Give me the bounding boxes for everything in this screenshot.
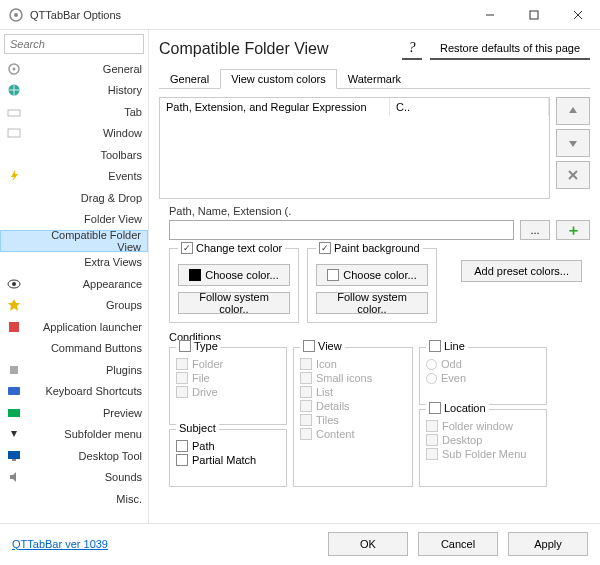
location-folder-window-checkbox (426, 420, 438, 432)
plugin-icon (6, 362, 22, 378)
titlebar: QTTabBar Options (0, 0, 600, 30)
text-color-swatch (189, 269, 201, 281)
view-details-checkbox (300, 400, 312, 412)
location-fieldset: Location Folder windowDesktopSub Folder … (419, 409, 547, 487)
move-up-button[interactable] (556, 97, 590, 125)
sidebar-item-tab[interactable]: Tab (0, 101, 148, 123)
sidebar-item-extra-views[interactable]: Extra Views (0, 252, 148, 274)
type-checkbox[interactable] (179, 340, 191, 352)
view-small-icons-checkbox (300, 372, 312, 384)
path-input[interactable] (169, 220, 514, 240)
bg-color-swatch (327, 269, 339, 281)
svg-rect-10 (8, 129, 20, 137)
rules-listview[interactable]: Path, Extension, and Regular Expression … (159, 97, 550, 199)
blank-icon (6, 147, 22, 163)
blank-icon (6, 491, 22, 507)
gear-icon (6, 61, 22, 77)
follow-bg-system-button[interactable]: Follow system color.. (316, 292, 428, 314)
sidebar-item-application-launcher[interactable]: Application launcher (0, 316, 148, 338)
blank-icon (6, 254, 22, 270)
line-odd-radio (426, 359, 437, 370)
sidebar: GeneralHistoryTabWindowToolbarsEventsDra… (0, 30, 149, 523)
globe-icon (6, 82, 22, 98)
preview-icon (6, 405, 22, 421)
sidebar-item-drag-drop[interactable]: Drag & Drop (0, 187, 148, 209)
maximize-button[interactable] (512, 0, 556, 30)
list-col-c[interactable]: C.. (390, 98, 549, 116)
sidebar-item-groups[interactable]: Groups (0, 295, 148, 317)
add-preset-colors-button[interactable]: Add preset colors... (461, 260, 582, 282)
sidebar-item-general[interactable]: General (0, 58, 148, 80)
search-input[interactable] (4, 34, 144, 54)
svg-point-12 (12, 282, 16, 286)
close-button[interactable] (556, 0, 600, 30)
location-desktop-checkbox (426, 434, 438, 446)
window-icon (6, 125, 22, 141)
type-folder-checkbox (176, 358, 188, 370)
sidebar-item-events[interactable]: Events (0, 166, 148, 188)
subject-path-checkbox[interactable] (176, 440, 188, 452)
follow-text-system-button[interactable]: Follow system color.. (178, 292, 290, 314)
blank-icon (6, 190, 22, 206)
help-button[interactable]: ? (402, 38, 422, 60)
tab-watermark[interactable]: Watermark (337, 69, 412, 89)
ok-button[interactable]: OK (328, 532, 408, 556)
change-text-checkbox[interactable] (181, 242, 193, 254)
sidebar-item-window[interactable]: Window (0, 123, 148, 145)
sidebar-item-folder-view[interactable]: Folder View (0, 209, 148, 231)
window-title: QTTabBar Options (30, 9, 468, 21)
version-link[interactable]: QTTabBar ver 1039 (12, 538, 108, 550)
sidebar-item-preview[interactable]: Preview (0, 402, 148, 424)
sidebar-item-misc-[interactable]: Misc. (0, 488, 148, 510)
sidebar-item-toolbars[interactable]: Toolbars (0, 144, 148, 166)
app-icon (8, 7, 24, 23)
line-checkbox[interactable] (429, 340, 441, 352)
sidebar-item-keyboard-shortcuts[interactable]: Keyboard Shortcuts (0, 381, 148, 403)
location-checkbox[interactable] (429, 402, 441, 414)
star-icon (6, 297, 22, 313)
sidebar-item-subfolder-menu[interactable]: Subfolder menu (0, 424, 148, 446)
apply-button[interactable]: Apply (508, 532, 588, 556)
view-icon-checkbox (300, 358, 312, 370)
svg-point-7 (13, 67, 16, 70)
view-list-checkbox (300, 386, 312, 398)
line-even-radio (426, 373, 437, 384)
list-col-path[interactable]: Path, Extension, and Regular Expression (160, 98, 390, 116)
subject-partial-match-checkbox[interactable] (176, 454, 188, 466)
sidebar-item-history[interactable]: History (0, 80, 148, 102)
sidebar-item-sounds[interactable]: Sounds (0, 467, 148, 489)
bg-color-group: Paint background Choose color... Follow … (307, 248, 437, 323)
paint-bg-checkbox[interactable] (319, 242, 331, 254)
text-color-group: Change text color Choose color... Follow… (169, 248, 299, 323)
subject-fieldset: Subject PathPartial Match (169, 429, 287, 487)
browse-button[interactable]: ... (520, 220, 550, 240)
svg-rect-15 (8, 387, 20, 395)
view-checkbox[interactable] (303, 340, 315, 352)
svg-rect-9 (8, 110, 20, 116)
svg-point-1 (14, 13, 18, 17)
add-button[interactable]: ＋ (556, 220, 590, 240)
tab-general[interactable]: General (159, 69, 220, 89)
minimize-button[interactable] (468, 0, 512, 30)
bolt-icon (6, 168, 22, 184)
sidebar-item-appearance[interactable]: Appearance (0, 273, 148, 295)
line-fieldset: Line OddEven (419, 347, 547, 405)
location-sub-folder-menu-checkbox (426, 448, 438, 460)
sidebar-item-compatible-folder-view[interactable]: Compatible Folder View (0, 230, 148, 252)
keyboard-icon (6, 383, 22, 399)
move-down-button[interactable] (556, 129, 590, 157)
sidebar-item-plugins[interactable]: Plugins (0, 359, 148, 381)
nav-list: GeneralHistoryTabWindowToolbarsEventsDra… (0, 58, 148, 523)
blank-icon (7, 233, 23, 249)
choose-bg-color-button[interactable]: Choose color... (316, 264, 428, 286)
tab-view-custom-colors[interactable]: View custom colors (220, 69, 337, 89)
delete-button[interactable] (556, 161, 590, 189)
choose-text-color-button[interactable]: Choose color... (178, 264, 290, 286)
cancel-button[interactable]: Cancel (418, 532, 498, 556)
arrow-icon (6, 426, 22, 442)
sidebar-item-command-buttons[interactable]: Command Buttons (0, 338, 148, 360)
sidebar-item-desktop-tool[interactable]: Desktop Tool (0, 445, 148, 467)
blank-icon (6, 211, 22, 227)
tab-icon (6, 104, 22, 120)
restore-defaults-button[interactable]: Restore defaults of this page (430, 38, 590, 60)
